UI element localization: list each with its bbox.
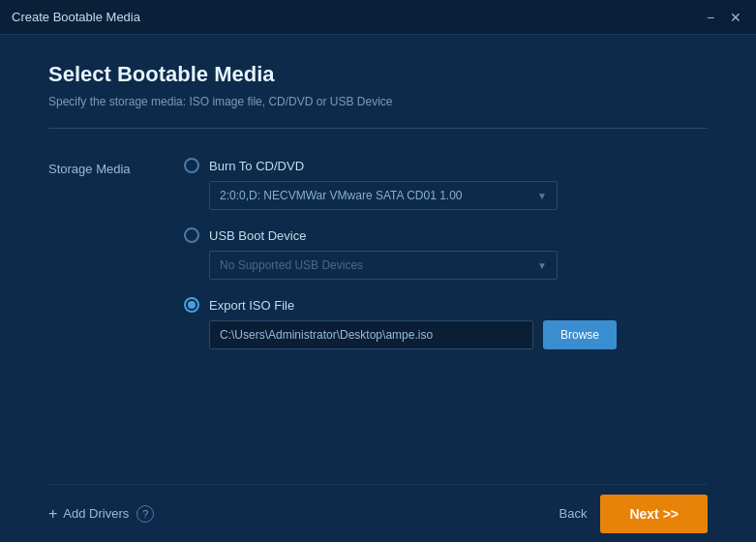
cd-dvd-label: Burn To CD/DVD	[209, 159, 304, 173]
add-drivers-button[interactable]: + Add Drivers	[48, 505, 129, 523]
usb-dropdown-row: No Supported USB Devices ▼	[209, 251, 708, 280]
iso-radio[interactable]	[184, 297, 199, 313]
title-bar: Create Bootable Media − ✕	[0, 0, 756, 35]
usb-dropdown-value: No Supported USB Devices	[220, 258, 363, 272]
next-button[interactable]: Next >>	[600, 495, 708, 533]
minimize-button[interactable]: −	[702, 9, 719, 26]
iso-radio-dot	[188, 301, 196, 309]
cd-dvd-dropdown-row: 2:0:0,D: NECVMWar VMware SATA CD01 1.00 …	[209, 181, 708, 210]
footer-left: + Add Drivers ?	[48, 505, 154, 523]
usb-option-group: USB Boot Device No Supported USB Devices…	[184, 227, 708, 280]
iso-radio-row[interactable]: Export ISO File	[184, 297, 708, 313]
usb-dropdown-arrow: ▼	[537, 260, 547, 271]
main-content: Select Bootable Media Specify the storag…	[0, 35, 756, 542]
cd-dvd-dropdown-value: 2:0:0,D: NECVMWar VMware SATA CD01 1.00	[220, 189, 463, 202]
window-title: Create Bootable Media	[12, 10, 140, 24]
iso-option-group: Export ISO File Browse	[184, 297, 708, 349]
cd-dvd-radio[interactable]	[184, 158, 199, 173]
usb-label: USB Boot Device	[209, 228, 306, 243]
iso-file-input[interactable]	[209, 320, 533, 349]
cd-dvd-option-group: Burn To CD/DVD 2:0:0,D: NECVMWar VMware …	[184, 158, 708, 210]
usb-radio[interactable]	[184, 227, 199, 243]
cd-dvd-dropdown[interactable]: 2:0:0,D: NECVMWar VMware SATA CD01 1.00 …	[209, 181, 558, 210]
usb-dropdown[interactable]: No Supported USB Devices ▼	[209, 251, 558, 280]
page-title: Select Bootable Media	[48, 62, 708, 87]
iso-file-row: Browse	[209, 320, 708, 349]
add-drivers-label: Add Drivers	[63, 506, 129, 521]
storage-media-label: Storage Media	[48, 158, 184, 484]
page-subtitle: Specify the storage media: ISO image fil…	[48, 95, 708, 108]
add-icon: +	[48, 505, 57, 523]
help-icon[interactable]: ?	[136, 505, 154, 523]
cd-dvd-radio-row[interactable]: Burn To CD/DVD	[184, 158, 708, 173]
footer: + Add Drivers ? Back Next >>	[48, 484, 708, 542]
close-button[interactable]: ✕	[727, 9, 744, 26]
usb-radio-row[interactable]: USB Boot Device	[184, 227, 708, 243]
cd-dvd-dropdown-arrow: ▼	[537, 191, 547, 201]
window-controls: − ✕	[702, 9, 744, 26]
footer-right: Back Next >>	[559, 495, 709, 533]
page-header: Select Bootable Media Specify the storag…	[48, 35, 708, 129]
options-container: Burn To CD/DVD 2:0:0,D: NECVMWar VMware …	[184, 158, 708, 484]
back-button[interactable]: Back	[559, 506, 588, 521]
browse-button[interactable]: Browse	[543, 320, 617, 349]
iso-label: Export ISO File	[209, 298, 294, 313]
form-section: Storage Media Burn To CD/DVD 2:0:0,D: NE…	[48, 158, 708, 484]
